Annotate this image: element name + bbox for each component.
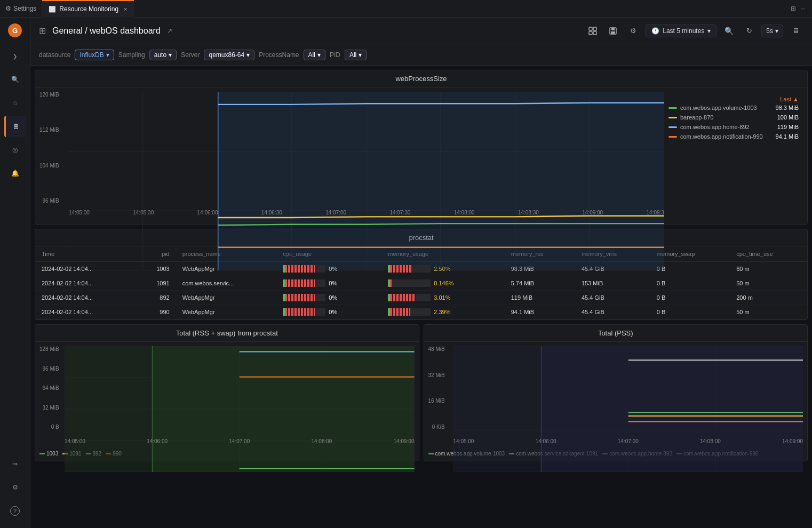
search-icon: 🔍 [11,76,19,83]
add-panel-button[interactable] [585,23,601,39]
legend-label-2: com.webos.app.home-892 [680,124,777,130]
close-tab-icon[interactable]: × [124,6,127,12]
cell-memory-usage: 2.39% [381,305,504,319]
layout-icon: ⊞ [791,5,796,12]
table-row: 2024-02-02 14:04... 892 WebAppMgr 0% 3.0… [35,291,807,305]
x-label-5: 14:07:30 [389,210,410,215]
settings-tab[interactable]: ⚙ Settings [0,0,42,18]
legend-header: Last ▲ [668,96,799,102]
cell-memory-usage: 0.146% [381,276,504,291]
pid-label: PID [330,51,340,59]
charts-area: webProcessSize 120 MiB 112 MiB 104 MiB 9… [30,66,812,466]
resource-monitoring-tab[interactable]: ⬜ Resource Monitoring × [42,0,133,18]
total-rss-panel: Total (RSS + swap) from procstat 128 MiB… [35,324,419,461]
sidebar: G ❯ 🔍 ☆ ⊞ ◎ 🔔 ⇒ ⚙ ? [0,18,30,528]
svg-rect-22 [218,92,664,270]
refresh-interval-label: 5s [766,27,773,35]
bell-icon: 🔔 [11,170,19,177]
grafana-logo[interactable]: G [6,22,23,39]
cell-memory-usage: 3.01% [381,291,504,305]
pid-picker[interactable]: All ▾ [345,50,367,60]
server-picker[interactable]: qemux86-64 ▾ [204,50,254,60]
total-rss-title: Total (RSS + swap) from procstat [35,325,419,342]
sidebar-item-collapse[interactable]: ❯ [4,45,26,67]
pss-y-1: 32 MiB [428,372,447,378]
y-label-0: 120 MiB [39,92,61,98]
pss-y-3: 0 KiB [428,424,447,430]
active-tab-label: Resource Monitoring [59,5,118,13]
process-chevron-icon: ▾ [317,51,321,59]
settings-tab-label: Settings [13,5,36,12]
rss-x-3: 14:08:00 [311,438,332,444]
y-label-2: 104 MiB [39,163,61,169]
cell-memory-rss: 5.74 MiB [505,276,575,291]
legend-label-1: bareapp-870 [680,114,777,121]
rss-x-4: 14:09:00 [394,438,415,444]
legend-item-1: bareapp-870 100 MiB [668,114,799,121]
process-name-value: All [308,51,315,59]
cell-memory-swap: 0 B [650,291,730,305]
x-label-0: 14:05:00 [69,210,90,215]
cell-cpu-time: 200 m [730,291,807,305]
save-dashboard-button[interactable] [605,23,621,39]
process-name-picker[interactable]: All ▾ [304,50,325,60]
cell-memory-vms: 153 MiB [575,276,650,291]
svg-rect-7 [611,28,615,30]
gear-icon: ⚙ [12,484,18,491]
zoom-out-icon: 🔍 [725,27,734,35]
web-process-size-panel: webProcessSize 120 MiB 112 MiB 104 MiB 9… [35,70,808,225]
sampling-value: auto [154,51,166,59]
time-range-picker[interactable]: 🕐 Last 5 minutes ▾ [646,25,717,37]
signout-icon: ⇒ [12,460,18,468]
sidebar-item-settings[interactable]: ⚙ [4,477,26,498]
x-axis-labels: 14:05:00 14:05:30 14:06:00 14:06:30 14:0… [69,205,664,220]
cell-memory-rss: 94.1 MiB [505,305,575,319]
time-range-label: Last 5 minutes [663,27,704,35]
rss-y-3: 32 MiB [39,405,61,411]
wps-legend: Last ▲ com.webos.app.volume-1003 98.3 Mi… [664,92,803,220]
pid-chevron-icon: ▾ [359,51,362,59]
top-bar-right: ⊞ ··· [791,5,812,12]
sidebar-item-help[interactable]: ? [4,500,26,522]
total-rss-x-labels: 14:05:00 14:06:00 14:07:00 14:08:00 14:0… [65,438,415,444]
refresh-button[interactable]: ↻ [741,23,757,39]
total-rss-chart: 128 MiB 96 MiB 64 MiB 32 MiB 0 B [35,342,419,449]
wps-svg [69,92,664,270]
cell-cpu-time: 60 m [730,262,807,276]
sidebar-item-search[interactable]: 🔍 [4,69,26,90]
svg-rect-36 [152,346,153,472]
rss-x-2: 14:07:00 [229,438,250,444]
sidebar-item-dashboards[interactable]: ⊞ [4,116,26,137]
tv-mode-button[interactable]: 🖥 [787,23,803,39]
pss-y-2: 16 MiB [428,398,447,404]
legend-last-label: Last ▲ [780,96,799,102]
cell-process-name: WebAppMgr [176,305,277,319]
cell-time: 2024-02-02 14:04... [35,291,136,305]
total-pss-panel: Total (PSS) 48 MiB 32 MiB 16 MiB 0 KiB [424,324,808,461]
svg-rect-23 [218,92,219,270]
total-rss-svg [65,346,415,472]
zoom-out-button[interactable]: 🔍 [721,23,737,39]
sampling-picker[interactable]: auto ▾ [149,50,177,60]
y-axis-labels: 120 MiB 112 MiB 104 MiB 96 MiB [39,92,61,204]
dashboard-header: ⊞ General / webOS dashboard ↗ [30,18,812,44]
datasource-picker[interactable]: InfluxDB ▾ [75,50,114,60]
legend-color-3 [668,136,677,138]
legend-color-2 [668,126,677,128]
refresh-interval-picker[interactable]: 5s ▾ [761,25,783,37]
settings-icon: ⚙ [5,5,11,12]
dashboard-settings-button[interactable]: ⚙ [625,23,641,39]
rss-legend-0: 1003 [39,451,58,457]
top-bar: ⚙ Settings ⬜ Resource Monitoring × ⊞ ··· [0,0,812,18]
sidebar-item-alerts[interactable]: 🔔 [4,163,26,184]
sidebar-item-starred[interactable]: ☆ [4,92,26,114]
sidebar-item-signout[interactable]: ⇒ [4,453,26,475]
cell-pid: 990 [136,305,176,319]
sidebar-item-explore[interactable]: ◎ [4,139,26,161]
pss-x-0: 14:05:00 [453,438,474,444]
help-icon: ? [10,506,20,516]
rss-y-4: 0 B [39,424,61,430]
share-icon[interactable]: ↗ [167,27,172,35]
legend-color-0 [668,107,677,109]
x-label-2: 14:06:00 [197,210,218,215]
